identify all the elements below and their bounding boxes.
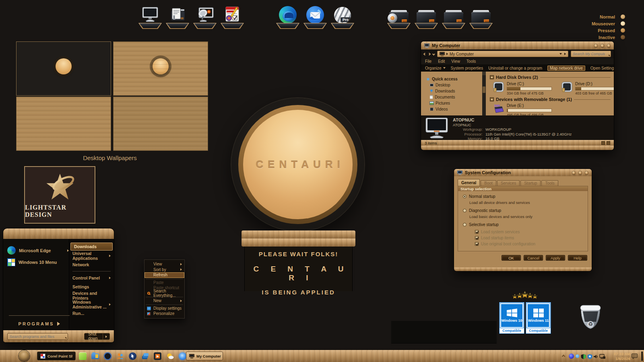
desktop-icon-folder-1[interactable] [415, 5, 438, 29]
taskbar-active-my-computer[interactable]: My Computer [186, 352, 223, 360]
state-inactive-dot[interactable] [621, 35, 625, 39]
taskbar-icon-browser[interactable] [104, 352, 111, 360]
refresh-go-icon[interactable] [564, 53, 566, 55]
programs-button[interactable]: PROGRAMS [9, 321, 70, 326]
checkbox-icon[interactable] [475, 230, 479, 234]
back-icon[interactable] [423, 52, 426, 55]
wallpaper-preview-wood-1[interactable] [16, 97, 111, 151]
taskbar-icon-media-player[interactable] [154, 352, 161, 360]
help-button[interactable]: Help [568, 255, 587, 261]
wallpaper-preview-wood-orb[interactable] [113, 41, 208, 96]
state-normal-dot[interactable] [621, 14, 625, 19]
context-paste[interactable]: Paste [144, 280, 184, 286]
desktop-icon-folder-network[interactable] [387, 5, 411, 29]
context-refresh[interactable]: Refresh [144, 272, 184, 278]
explorer-scrollbar[interactable] [482, 72, 486, 115]
notifications-icon[interactable] [632, 354, 638, 358]
tab-services[interactable]: Services [497, 180, 520, 186]
state-mouseover-dot[interactable] [621, 21, 625, 26]
tray-expand-icon[interactable] [562, 355, 565, 358]
start-item-control-panel[interactable]: Control Panel [69, 274, 114, 282]
drive-e-item[interactable]: SNK Drive (E:)495 GB free of 499 GB [493, 103, 552, 117]
desktop-icon-tasks[interactable] [221, 3, 244, 29]
tray-icon-security[interactable] [587, 354, 592, 359]
ok-button[interactable]: OK [502, 255, 521, 261]
start-item-windows-administrative[interactable]: Windows Administrative ... [69, 300, 114, 309]
thumbnails-view-icon[interactable] [607, 141, 610, 145]
context-display-settings[interactable]: Display settings [144, 306, 184, 311]
uninstall-button[interactable]: Uninstall or change a program [488, 66, 542, 70]
minimize-button[interactable] [594, 44, 598, 47]
start-search-input[interactable] [10, 334, 63, 339]
sidebar-item-desktop[interactable]: Desktop [421, 82, 482, 88]
system-properties-button[interactable]: System properties [451, 66, 483, 70]
sidebar-item-videos[interactable]: Videos [421, 106, 482, 112]
context-personalize[interactable]: Personalize [144, 311, 184, 317]
desktop-icon-computer[interactable] [138, 3, 162, 29]
scroll-thumb[interactable] [483, 86, 485, 93]
start-item-devices-printers[interactable]: Devices and Printers [69, 291, 114, 300]
radio-selective-startup[interactable]: Selective startup [463, 222, 583, 227]
taskbar-icon-weather[interactable] [166, 352, 174, 360]
sidebar-item-quick-access[interactable]: Quick access [421, 76, 482, 82]
context-view[interactable]: View [144, 261, 184, 267]
checkbox-icon[interactable] [475, 242, 479, 246]
taskbar-app-corel[interactable]: Corel Paint Shop P... [37, 352, 76, 360]
tab-startup[interactable]: Startup [520, 180, 541, 186]
taskbar-icon-folder[interactable] [91, 352, 99, 360]
check-load-startup-items[interactable]: Load startup items [475, 235, 583, 241]
tab-tools[interactable]: Tools [541, 180, 558, 186]
taskbar-icon-green-folder[interactable] [79, 352, 87, 360]
shutdown-options-icon[interactable] [105, 335, 107, 338]
cancel-button[interactable]: Cancel [524, 255, 543, 261]
map-network-drive-button[interactable]: Map network drive [547, 66, 585, 71]
desktop-icon-printer[interactable] [166, 3, 189, 29]
menu-view[interactable]: View [451, 59, 460, 64]
menu-file[interactable]: File [425, 59, 431, 64]
start-search[interactable] [7, 333, 68, 340]
maximize-button[interactable] [601, 44, 604, 47]
menu-edit[interactable]: Edit [438, 59, 445, 64]
tab-boot[interactable]: Boot [481, 180, 496, 186]
explorer-search-input[interactable] [573, 52, 605, 56]
shutdown-button[interactable]: Shut down [84, 333, 110, 340]
show-desktop-button[interactable] [641, 352, 643, 361]
context-new[interactable]: New [144, 298, 184, 304]
checkbox-icon[interactable] [475, 236, 479, 240]
desktop-icon-edge[interactable] [276, 3, 299, 29]
tray-icon-app[interactable] [569, 354, 574, 359]
desktop-icon-folder-3[interactable] [469, 5, 493, 29]
address-dropdown-icon[interactable] [559, 53, 562, 55]
scroll-up-icon[interactable] [482, 72, 486, 75]
recent-pages-icon[interactable] [432, 52, 435, 55]
network-icon[interactable] [599, 354, 606, 359]
wallpaper-preview-wood-2[interactable] [113, 97, 208, 151]
start-item-settings[interactable]: Settings [69, 282, 114, 291]
radio-normal-startup[interactable]: Normal startup [463, 194, 583, 199]
state-pressed-dot[interactable] [621, 28, 625, 33]
close-button[interactable] [607, 44, 611, 47]
drive-d-item[interactable]: Drive (D:)403 GB free of 465 GB [561, 82, 614, 95]
drive-c-item[interactable]: Drive (C:)334 GB free of 475 GB [493, 82, 552, 95]
desktop-icon-google-earth[interactable]: Pro [331, 3, 354, 29]
radio-icon[interactable] [463, 209, 466, 212]
menu-tools[interactable]: Tools [466, 59, 476, 64]
context-search-everything[interactable]: Search Everything... [144, 291, 184, 296]
details-view-icon[interactable] [601, 141, 605, 145]
start-item-windows10-menu[interactable]: Windows 10 Menu [7, 256, 69, 268]
start-item-universal-applications[interactable]: Universal Applications [69, 251, 114, 260]
start-item-downloads[interactable]: Downloads [70, 243, 113, 251]
check-original-boot[interactable]: Use original boot configuration [475, 241, 583, 247]
start-button[interactable] [19, 350, 30, 362]
taskbar-icon-people[interactable] [116, 352, 124, 360]
start-item-run[interactable]: Run... [69, 309, 114, 318]
wallpaper-preview-dark[interactable] [16, 41, 111, 96]
radio-icon[interactable] [463, 195, 466, 198]
close-button[interactable] [585, 171, 588, 175]
check-load-system-services[interactable]: Load system services [475, 229, 583, 235]
taskbar-icon-blue-app[interactable] [179, 352, 186, 360]
collapse-icon[interactable] [490, 75, 494, 79]
forward-icon[interactable] [428, 52, 431, 55]
sidebar-item-pictures[interactable]: Pictures [421, 100, 482, 106]
sidebar-item-documents[interactable]: Documents [421, 94, 482, 100]
